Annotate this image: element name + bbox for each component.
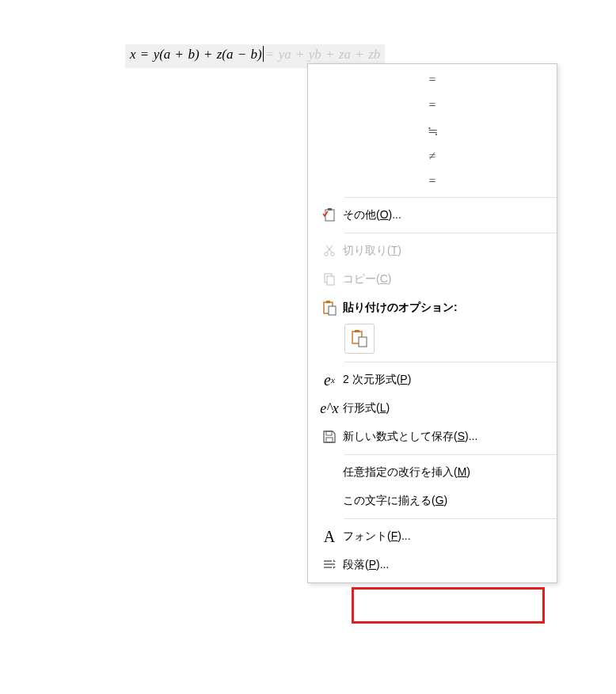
professional-format-item[interactable]: ex 2 次元形式(P)	[308, 366, 557, 394]
menu-label: コピー(C)	[340, 272, 391, 286]
cut-item: 切り取り(T)	[308, 237, 557, 265]
ex-linear-icon: e^x	[319, 400, 340, 417]
align-at-character-item[interactable]: この文字に揃える(G)	[308, 487, 557, 515]
other-corrections-item[interactable]: その他(O)...	[308, 201, 557, 229]
autocorrect-option[interactable]: =	[308, 67, 557, 93]
menu-label: フォント(F)...	[340, 529, 411, 544]
annotation-highlight	[352, 587, 545, 624]
menu-label: この文字に揃える(G)	[340, 494, 447, 508]
svg-point-2	[325, 252, 329, 256]
separator	[344, 518, 557, 519]
equation-context-menu: = = ≒ ≠ = その他(O)... 切り取り(T) コピー(C) 貼り付け	[307, 63, 557, 583]
menu-label: 行形式(L)	[340, 401, 390, 415]
paragraph-icon	[319, 558, 340, 572]
menu-label: 2 次元形式(P)	[340, 373, 411, 387]
scissors-icon	[319, 244, 340, 258]
svg-rect-11	[359, 337, 367, 347]
menu-label: その他(O)...	[340, 208, 401, 222]
svg-rect-12	[326, 431, 332, 435]
svg-rect-8	[329, 306, 336, 315]
save-icon	[319, 430, 340, 444]
svg-rect-0	[325, 210, 334, 221]
equation-obscured: = ya + yb + za + zb	[264, 47, 380, 62]
svg-rect-10	[355, 330, 359, 332]
paste-options-header: 貼り付けのオプション:	[308, 294, 557, 322]
separator	[344, 454, 557, 455]
font-item[interactable]: A フォント(F)...	[308, 522, 557, 551]
font-icon: A	[319, 528, 340, 546]
menu-label: 切り取り(T)	[340, 244, 401, 258]
menu-label: 新しい数式として保存(S)...	[340, 430, 477, 444]
svg-rect-7	[326, 301, 330, 303]
separator	[344, 362, 557, 362]
autocorrect-option[interactable]: ≒	[308, 118, 557, 143]
insert-manual-break-item[interactable]: 任意指定の改行を挿入(M)	[308, 458, 557, 487]
svg-rect-13	[326, 438, 333, 442]
autocorrect-option[interactable]: ≠	[308, 143, 557, 169]
paste-options-row	[308, 322, 557, 358]
menu-label: 任意指定の改行を挿入(M)	[340, 465, 470, 480]
svg-point-3	[331, 252, 335, 256]
text-caret	[263, 46, 264, 62]
paste-keep-source-button[interactable]	[344, 324, 375, 354]
save-as-new-equation-item[interactable]: 新しい数式として保存(S)...	[308, 423, 557, 451]
clipboard-check-icon	[319, 208, 340, 222]
equation-visible: x = y(a + b) + z(a − b)	[130, 47, 264, 62]
menu-label: 貼り付けのオプション:	[340, 301, 458, 315]
svg-rect-5	[327, 276, 334, 285]
paragraph-item[interactable]: 段落(P)...	[308, 551, 557, 579]
menu-label: 段落(P)...	[340, 558, 389, 572]
svg-rect-1	[328, 208, 332, 210]
separator	[344, 233, 557, 233]
copy-icon	[319, 272, 340, 286]
copy-item: コピー(C)	[308, 265, 557, 294]
autocorrect-option[interactable]: =	[308, 169, 557, 194]
clipboard-icon	[319, 300, 340, 316]
autocorrect-option[interactable]: =	[308, 93, 557, 118]
ex-professional-icon: ex	[319, 371, 340, 389]
linear-format-item[interactable]: e^x 行形式(L)	[308, 394, 557, 423]
separator	[344, 197, 557, 198]
